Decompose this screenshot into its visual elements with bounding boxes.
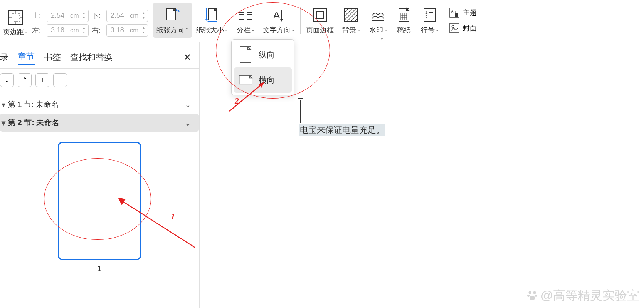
close-icon[interactable]: ✕ <box>183 52 191 63</box>
chevron-down-icon: ⌄ <box>291 27 295 32</box>
section-item[interactable]: ▾ 第 2 节: 未命名 ⌄ <box>0 114 199 132</box>
svg-marker-13 <box>205 8 208 9</box>
tab-bookmarks[interactable]: 书签 <box>44 50 61 65</box>
svg-point-65 <box>527 295 530 297</box>
svg-point-66 <box>535 295 537 297</box>
add-button[interactable]: + <box>35 73 49 87</box>
remove-button[interactable]: − <box>53 73 67 87</box>
chevron-down-icon[interactable]: ⌄ <box>185 118 191 127</box>
svg-line-31 <box>345 8 348 12</box>
chevron-down-icon: ⌄ <box>357 27 360 32</box>
orientation-landscape-item[interactable]: 横向 <box>234 67 292 93</box>
stepper-down[interactable]: ▼ <box>141 30 146 35</box>
margin-top-label: 上: <box>32 11 44 20</box>
collapse-button[interactable]: ⌄ <box>0 73 14 87</box>
svg-marker-14 <box>205 19 208 21</box>
page-size-icon <box>204 7 220 23</box>
text-cursor <box>300 100 301 123</box>
dialog-launcher-icon[interactable]: ⌐ <box>380 35 383 41</box>
pawprint-icon <box>526 290 538 302</box>
ribbon-toolbar: 页边距⌄ 上: 2.54 cm ▲▼ 下: 2.54 cm ▲▼ 左: <box>0 0 644 42</box>
line-number-icon: 12 <box>422 7 438 23</box>
background-icon <box>343 7 359 23</box>
page-size-button[interactable]: 纸张大小⌄ <box>192 3 232 38</box>
landscape-icon <box>239 71 253 89</box>
svg-point-56 <box>452 25 454 28</box>
text-direction-button[interactable]: A 文字方向⌄ <box>259 3 299 38</box>
tab-toc[interactable]: 录 <box>0 50 8 65</box>
margins-label[interactable]: 页边距 <box>3 27 24 37</box>
thumbnail-page-number: 1 <box>97 264 101 273</box>
expand-button[interactable]: ⌃ <box>18 73 32 87</box>
caret-icon: ▾ <box>2 100 5 109</box>
theme-button[interactable]: Aa 主题 <box>449 7 477 18</box>
document-text[interactable]: 电宝来保证电量充足。 <box>299 124 385 136</box>
line-number-button[interactable]: 12 行号⌄ <box>416 3 443 38</box>
thumbnail-area: ··········· 1 <box>0 132 199 273</box>
svg-text:A: A <box>273 9 280 21</box>
chevron-down-icon: ⌄ <box>251 27 255 32</box>
svg-marker-10 <box>207 20 209 23</box>
tab-find-replace[interactable]: 查找和替换 <box>70 50 113 65</box>
tab-chapters[interactable]: 章节 <box>18 49 35 65</box>
svg-text:Aa: Aa <box>451 10 456 14</box>
text-direction-icon: A <box>271 7 287 23</box>
page-border-button[interactable]: 页面边框 <box>302 3 338 38</box>
separator <box>300 7 301 34</box>
margin-left-field[interactable]: 3.18 cm ▲▼ <box>47 24 89 37</box>
svg-rect-28 <box>313 8 326 22</box>
stepper-down[interactable]: ▼ <box>81 30 87 35</box>
svg-line-36 <box>355 18 358 22</box>
orientation-button[interactable]: 纸张方向⌃ <box>153 3 192 38</box>
stepper-up[interactable]: ▲ <box>81 26 87 30</box>
svg-text:2: 2 <box>425 15 428 19</box>
svg-line-32 <box>345 8 352 16</box>
orientation-portrait-item[interactable]: 纵向 <box>234 42 292 67</box>
section-item[interactable]: ▾ 第 1 节: 未命名 ⌄ <box>0 95 199 114</box>
margin-left-label: 左: <box>32 26 44 35</box>
drag-handle-icon[interactable]: ⋮⋮⋮ <box>274 126 294 129</box>
chevron-down-icon: ⌄ <box>384 27 387 32</box>
svg-point-63 <box>528 291 531 294</box>
page-thumbnail[interactable]: ··········· <box>58 142 141 260</box>
theme-icon: Aa <box>449 7 460 18</box>
separator <box>445 7 445 34</box>
columns-button[interactable]: 分栏⌄ <box>232 3 259 38</box>
stepper-down[interactable]: ▼ <box>141 16 146 20</box>
portrait-icon <box>239 46 253 64</box>
panel-tabs: 录 章节 书签 查找和替换 ✕ <box>0 42 199 69</box>
svg-marker-27 <box>280 19 283 22</box>
stepper-up[interactable]: ▲ <box>81 11 87 16</box>
svg-text:1: 1 <box>425 10 428 15</box>
margin-bottom-field[interactable]: 2.54 cm ▲▼ <box>106 10 148 22</box>
annotation-number: 1 <box>171 212 175 222</box>
navigation-panel: 录 章节 书签 查找和替换 ✕ ⌄ ⌃ + − ▾ 第 1 节: 未命名 ⌄ ▾… <box>0 42 200 308</box>
chevron-down-icon: ⌄ <box>225 27 228 32</box>
svg-rect-29 <box>316 12 323 18</box>
chevron-down-icon: ⌄ <box>25 29 28 34</box>
orientation-icon <box>165 7 181 23</box>
caret-icon: ▾ <box>2 118 5 127</box>
chevron-up-icon: ⌃ <box>185 27 188 32</box>
section-list: ▾ 第 1 节: 未命名 ⌄ ▾ 第 2 节: 未命名 ⌄ <box>0 92 199 132</box>
watermark-button[interactable]: 水印⌄ <box>365 3 392 38</box>
stepper-up[interactable]: ▲ <box>141 11 146 16</box>
page-border-icon <box>312 7 328 23</box>
stepper-up[interactable]: ▲ <box>141 26 146 30</box>
stepper-down[interactable]: ▼ <box>81 16 87 20</box>
watermark-icon <box>370 7 386 23</box>
svg-line-35 <box>351 15 358 22</box>
svg-rect-55 <box>450 23 459 33</box>
background-button[interactable]: 背景⌄ <box>338 3 365 38</box>
margin-right-field[interactable]: 3.18 cm ▲▼ <box>106 24 148 37</box>
manuscript-button[interactable]: 稿纸 <box>392 3 416 38</box>
panel-toolbar: ⌄ ⌃ + − <box>0 69 199 92</box>
svg-rect-1 <box>12 13 20 21</box>
margin-top-field[interactable]: 2.54 cm ▲▼ <box>47 10 89 22</box>
svg-rect-54 <box>455 13 458 17</box>
cover-icon <box>449 23 460 33</box>
cover-button[interactable]: 封面 <box>449 23 477 33</box>
chevron-down-icon[interactable]: ⌄ <box>185 100 191 109</box>
margin-right-label: 右: <box>92 26 103 35</box>
svg-point-67 <box>530 296 535 300</box>
